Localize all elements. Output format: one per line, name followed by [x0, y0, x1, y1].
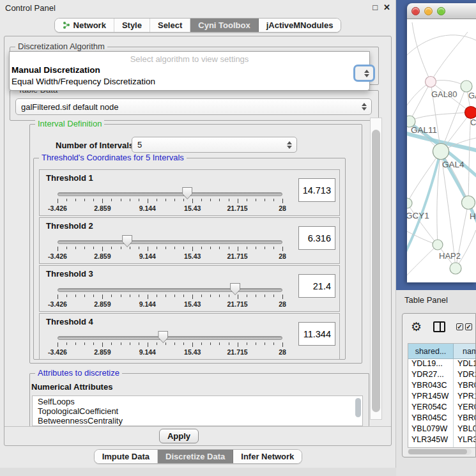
table-row[interactable]: YBL079WYBL0 [408, 424, 476, 435]
close-traffic-icon[interactable] [411, 7, 420, 15]
column-header[interactable]: shared... [408, 344, 454, 358]
checkbox-icon[interactable]: ✓ [456, 323, 463, 330]
threshold-slider[interactable]: -3.4262.8599.14415.4321.71528 [58, 314, 282, 360]
table-horizontal-scrollbar[interactable] [408, 449, 472, 455]
node-table: shared... name YDL19...YDL1YDR27...YDR2Y… [408, 343, 476, 448]
dropdown-option[interactable]: Manual Discretization [12, 65, 100, 75]
slider-tick [148, 295, 148, 299]
network-edge[interactable] [410, 112, 471, 121]
table-row[interactable]: YLR345WYLR3 [408, 435, 476, 446]
tick-label: 2.859 [94, 252, 111, 260]
network-node[interactable] [433, 240, 443, 250]
columns-icon[interactable] [433, 321, 445, 332]
threshold-panel: Threshold 4-3.4262.8599.14415.4321.71528… [39, 313, 340, 360]
numerical-attributes-list[interactable]: SelfLoopsTopologicalCoefficientBetweenne… [32, 395, 363, 426]
tick-label: 28 [279, 348, 286, 356]
slider-handle[interactable] [182, 187, 192, 199]
network-window-titlebar[interactable] [407, 3, 476, 19]
tab-discretize-data[interactable]: Discretize Data [158, 450, 233, 463]
slider-handle[interactable] [122, 235, 132, 247]
tab-network[interactable]: Network [55, 19, 114, 32]
table-row[interactable]: YDL19...YDL1 [408, 359, 476, 370]
right-region: GAL80GALCGAL11GAL4GCY1HHAP2 Table Panel … [396, 0, 476, 476]
threshold-value-field[interactable]: 21.4 [298, 274, 335, 298]
zoom-traffic-icon[interactable] [437, 7, 445, 15]
dropdown-option[interactable]: Equal Width/Frequency Discretization [12, 77, 155, 86]
table-cell: YDR2 [454, 370, 476, 381]
minimize-traffic-icon[interactable] [424, 7, 433, 15]
threshold-slider[interactable]: -3.4262.8599.14415.4321.71528 [58, 170, 282, 217]
network-edge[interactable] [407, 245, 438, 278]
main-vertical-scrollbar[interactable] [370, 118, 382, 420]
tab-cyni-toolbox[interactable]: Cyni Toolbox [190, 19, 258, 32]
slider-tick [210, 199, 211, 201]
apply-button[interactable]: Apply [159, 429, 199, 443]
network-node[interactable] [465, 107, 476, 119]
slider-track[interactable] [58, 192, 282, 196]
table-row[interactable]: YER054CYER0 [408, 403, 476, 413]
network-edge[interactable] [456, 230, 476, 268]
network-node[interactable] [450, 263, 461, 274]
tab-impute-data[interactable]: Impute Data [95, 450, 158, 463]
threshold-value-field[interactable]: 6.316 [298, 226, 335, 250]
tab-style[interactable]: Style [114, 19, 150, 32]
tab-label: Impute Data [102, 452, 150, 461]
network-node[interactable] [407, 198, 412, 208]
threshold-slider[interactable]: -3.4262.8599.14415.4321.71528 [58, 218, 282, 265]
slider-tick [229, 342, 229, 345]
slider-handle[interactable] [158, 331, 168, 343]
tick-label: -3.426 [48, 348, 67, 356]
slider-tick [219, 199, 220, 201]
network-node[interactable] [462, 196, 475, 210]
table-row[interactable]: YBR045CYBR0 [408, 413, 476, 424]
slider-tick [247, 247, 247, 249]
tick-label: 15.43 [184, 300, 201, 308]
threshold-slider[interactable]: -3.4262.8599.14415.4321.71528 [58, 266, 282, 312]
float-window-icon[interactable]: □ [372, 3, 378, 12]
table-row[interactable]: YBR043CYBR0 [408, 381, 476, 392]
table-row[interactable]: YIL052CYIL0 [408, 446, 476, 448]
tab-label: jActiveMNodules [266, 20, 334, 30]
table-row[interactable]: YPR145WYPR1 [408, 392, 476, 403]
table-row[interactable]: YDR27...YDR2 [408, 370, 476, 381]
slider-track[interactable] [58, 288, 282, 292]
tick-label: 2.859 [94, 204, 111, 212]
network-edge[interactable] [412, 22, 431, 82]
list-item[interactable]: SelfLoops [33, 396, 362, 406]
scrollbar-thumb[interactable] [408, 449, 467, 454]
column-header[interactable]: name [454, 344, 476, 358]
network-canvas[interactable]: GAL80GALCGAL11GAL4GCY1HHAP2 [407, 19, 476, 282]
gear-icon[interactable]: ⚙ [411, 320, 422, 334]
table-data-combobox[interactable]: galFiltered.sif default node [15, 98, 372, 115]
threshold-value-field[interactable]: 14.713 [298, 178, 335, 202]
slider-handle[interactable] [230, 283, 240, 295]
slider-tick [121, 342, 121, 345]
threshold-value-field[interactable]: 11.344 [298, 322, 335, 346]
network-edge[interactable] [407, 151, 441, 203]
slider-track[interactable] [58, 240, 282, 244]
bottom-tabbar: Impute DataDiscretize DataInfer Network [0, 449, 396, 464]
table-panel-title: Table Panel [404, 295, 448, 305]
slider-track[interactable] [58, 336, 282, 340]
slider-tick [201, 247, 202, 249]
table-cell: YBR0 [454, 413, 476, 424]
tab-select[interactable]: Select [150, 19, 190, 32]
list-scrollbar-thumb[interactable] [355, 398, 361, 417]
network-edge[interactable] [407, 35, 476, 58]
combobox-value: galFiltered.sif default node [21, 102, 118, 112]
network-edge[interactable] [410, 82, 431, 121]
network-node[interactable] [426, 77, 436, 88]
checkbox-icon[interactable]: ✓ [465, 323, 472, 330]
network-edge[interactable] [431, 32, 468, 82]
list-item[interactable]: BetweennessCentrality [33, 415, 362, 425]
close-icon[interactable]: ✕ [383, 3, 390, 12]
algorithm-combobox-focused[interactable] [353, 65, 375, 82]
tab-infer-network[interactable]: Infer Network [233, 450, 302, 463]
num-intervals-combobox[interactable]: 5 [132, 137, 297, 153]
slider-tick [247, 199, 247, 201]
slider-tick [84, 295, 85, 297]
scrollbar-thumb[interactable] [372, 130, 380, 412]
list-item[interactable]: TopologicalCoefficient [33, 406, 362, 415]
network-node[interactable] [433, 144, 449, 160]
tab-jactivemnodules[interactable]: jActiveMNodules [259, 19, 341, 32]
